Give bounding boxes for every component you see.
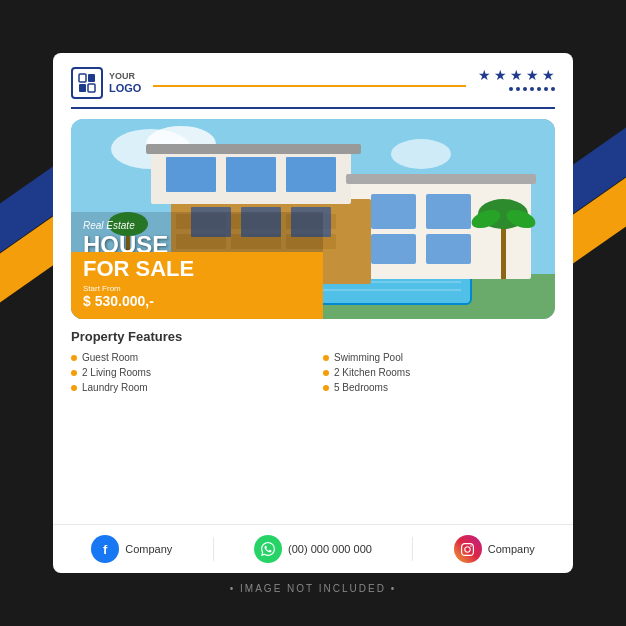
logo-area: YOUR LOGO — [71, 67, 141, 99]
header-bottom-line — [71, 107, 555, 109]
star-3: ★ — [510, 67, 523, 83]
instagram-label: Company — [488, 543, 535, 555]
facebook-label: Company — [125, 543, 172, 555]
feature-label-laundry-room: Laundry Room — [82, 382, 148, 393]
feature-label-bedrooms: 5 Bedrooms — [334, 382, 388, 393]
header-line — [153, 85, 466, 87]
real-estate-label: Real Estate — [83, 220, 311, 231]
feature-label-kitchen-rooms: 2 Kitchen Rooms — [334, 367, 410, 378]
feature-dot-1 — [71, 355, 77, 361]
dot-7 — [551, 87, 555, 91]
facebook-icon: f — [91, 535, 119, 563]
dot-2 — [516, 87, 520, 91]
feature-dot-5 — [71, 385, 77, 391]
card-header: YOUR LOGO ★ ★ ★ ★ ★ — [53, 53, 573, 107]
stars-area: ★ ★ ★ ★ ★ — [478, 67, 555, 91]
stars-row: ★ ★ ★ ★ ★ — [478, 67, 555, 83]
svg-rect-30 — [166, 157, 216, 192]
features-section: Property Features Guest Room Swimming Po… — [53, 319, 573, 401]
feature-laundry-room: Laundry Room — [71, 382, 303, 393]
svg-rect-33 — [146, 144, 361, 154]
star-1: ★ — [478, 67, 491, 83]
feature-label-guest-room: Guest Room — [82, 352, 138, 363]
svg-rect-34 — [346, 174, 536, 184]
features-left-area: Property Features Guest Room Swimming Po… — [71, 329, 555, 393]
star-2: ★ — [494, 67, 507, 83]
svg-rect-3 — [88, 84, 95, 92]
for-sale-box: FOR SALE Start From $ 530.000,- — [71, 252, 323, 319]
feature-dot-3 — [71, 370, 77, 376]
svg-rect-16 — [426, 194, 471, 229]
feature-living-rooms: 2 Living Rooms — [71, 367, 303, 378]
dot-1 — [509, 87, 513, 91]
svg-rect-15 — [371, 194, 416, 229]
watermark-area: • IMAGE NOT INCLUDED • — [230, 578, 396, 596]
svg-rect-17 — [371, 234, 416, 264]
svg-rect-1 — [88, 74, 95, 82]
price-text: $ 530.000,- — [83, 293, 311, 309]
watermark-text: • IMAGE NOT INCLUDED • — [230, 583, 396, 594]
feature-dot-4 — [323, 370, 329, 376]
feature-kitchen-rooms: 2 Kitchen Rooms — [323, 367, 555, 378]
star-5: ★ — [542, 67, 555, 83]
contact-sep-2 — [412, 537, 413, 561]
house-image-area: Real Estate HOUSE FOR SALE Start From $ … — [71, 119, 555, 319]
dot-6 — [544, 87, 548, 91]
whatsapp-label: (00) 000 000 000 — [288, 543, 372, 555]
svg-rect-18 — [426, 234, 471, 264]
feature-label-living-rooms: 2 Living Rooms — [82, 367, 151, 378]
feature-dot-2 — [323, 355, 329, 361]
contact-bar: f Company (00) 000 000 000 Company — [53, 524, 573, 573]
dot-3 — [523, 87, 527, 91]
logo-label: LOGO — [109, 82, 141, 94]
contact-facebook: f Company — [91, 535, 172, 563]
feature-label-swimming-pool: Swimming Pool — [334, 352, 403, 363]
start-from-text: Start From — [83, 284, 311, 293]
contact-instagram: Company — [454, 535, 535, 563]
svg-rect-2 — [79, 84, 86, 92]
dot-4 — [530, 87, 534, 91]
dots-row — [509, 87, 555, 91]
star-4: ★ — [526, 67, 539, 83]
instagram-icon — [454, 535, 482, 563]
feature-swimming-pool: Swimming Pool — [323, 352, 555, 363]
dot-5 — [537, 87, 541, 91]
feature-guest-room: Guest Room — [71, 352, 303, 363]
svg-point-7 — [391, 139, 451, 169]
logo-text: YOUR LOGO — [109, 72, 141, 94]
feature-dot-6 — [323, 385, 329, 391]
logo-icon — [71, 67, 103, 99]
svg-rect-32 — [286, 157, 336, 192]
whatsapp-icon — [254, 535, 282, 563]
main-card: YOUR LOGO ★ ★ ★ ★ ★ — [53, 53, 573, 573]
contact-whatsapp: (00) 000 000 000 — [254, 535, 372, 563]
svg-rect-31 — [226, 157, 276, 192]
feature-bedrooms: 5 Bedrooms — [323, 382, 555, 393]
your-label: YOUR — [109, 72, 141, 82]
features-grid: Guest Room Swimming Pool 2 Living Rooms … — [71, 352, 555, 393]
contact-sep-1 — [213, 537, 214, 561]
for-sale-text: FOR SALE — [83, 258, 311, 280]
features-title: Property Features — [71, 329, 555, 344]
svg-rect-0 — [79, 74, 86, 82]
